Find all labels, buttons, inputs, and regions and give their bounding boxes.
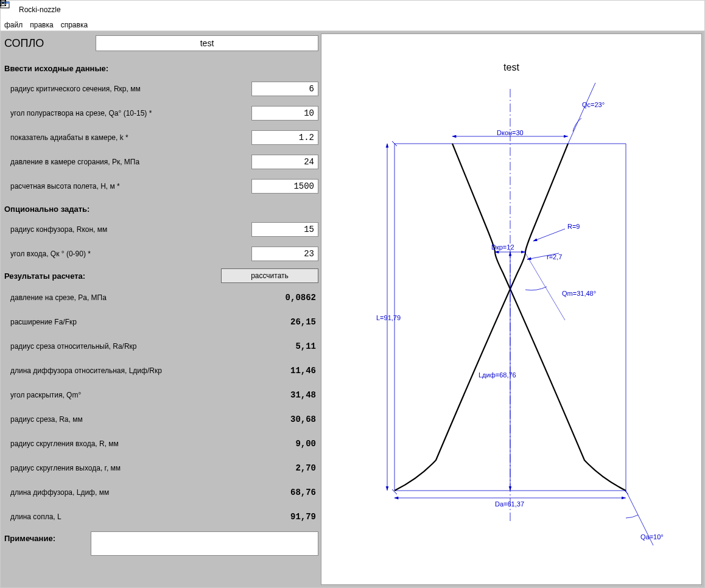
input-rkr[interactable] xyxy=(251,82,318,96)
label-r-big: радиус скругления входа, R, мм xyxy=(10,439,251,448)
menu-bar: файл правка справка xyxy=(1,19,704,31)
label-fa: расширение Fa/Fкр xyxy=(10,318,251,326)
svg-line-12 xyxy=(525,253,565,320)
nozzle-diagram xyxy=(321,34,699,582)
label-r-small: радиус скругления выхода, r, мм xyxy=(10,464,251,472)
dim-r-small: r=2,7 xyxy=(547,253,562,261)
label-ra: радиус среза, Ra, мм xyxy=(10,415,251,424)
value-pa: 0,0862 xyxy=(251,293,318,303)
input-k[interactable] xyxy=(251,130,318,145)
nozzle-name-input[interactable] xyxy=(96,35,318,51)
label-qk: угол входа, Qк ° (0-90) * xyxy=(10,250,251,258)
menu-file[interactable]: файл xyxy=(4,21,23,29)
dim-r-big: R=9 xyxy=(567,223,580,230)
value-ldif-rel: 11,46 xyxy=(251,366,318,376)
dim-qm: Qm=31,48° xyxy=(562,290,596,297)
diagram-panel: test xyxy=(321,33,702,585)
input-pk[interactable] xyxy=(251,155,318,169)
label-rkr: радиус критического сечения, Rкр, мм xyxy=(10,85,251,93)
dim-ldif: Lдиф=68,76 xyxy=(479,371,516,379)
minimize-button[interactable] xyxy=(618,1,646,19)
input-qa[interactable] xyxy=(251,106,318,121)
value-qm: 31,48 xyxy=(251,390,318,400)
label-rkon: радиус конфузора, Rкон, мм xyxy=(10,225,251,234)
dim-l: L=91,79 xyxy=(376,314,401,321)
input-rkon[interactable] xyxy=(251,222,318,237)
svg-line-7 xyxy=(568,83,595,144)
section-optional-title: Опционально задать: xyxy=(3,198,318,217)
label-h: расчетная высота полета, H, м * xyxy=(10,182,251,191)
label-ra-rel: радиус среза относительный, Ra/Rкр xyxy=(10,342,251,351)
form-panel: СОПЛО Ввести исходные данные: радиус кри… xyxy=(3,33,318,585)
value-ra: 30,68 xyxy=(251,415,318,424)
dim-qa: Qa=10° xyxy=(640,533,664,541)
dim-dkon: Dкон=30 xyxy=(497,129,524,136)
label-qm: угол раскрытия, Qm° xyxy=(10,391,251,399)
value-fa: 26,15 xyxy=(251,317,318,327)
label-k: показатель адиабаты в камере, k * xyxy=(10,133,251,142)
dim-da: Da=61,37 xyxy=(495,500,524,508)
value-r-big: 9,00 xyxy=(251,439,318,449)
label-pa: давление на срезе, Pa, МПа xyxy=(10,293,251,302)
label-qa: угол полураствора на срезе, Qа° (10-15) … xyxy=(10,109,251,117)
window-title: Rocki-nozzle xyxy=(19,5,618,14)
input-h[interactable] xyxy=(251,179,318,194)
page-title: СОПЛО xyxy=(3,37,88,50)
value-l: 91,79 xyxy=(251,512,318,522)
section-input-title: Ввести исходные данные: xyxy=(3,58,318,77)
label-pk: давление в камере сгорания, Pк, МПа xyxy=(10,158,251,166)
label-ldif-rel: длина диффузора относительная, Lдиф/Rкр xyxy=(10,366,251,375)
value-ldif: 68,76 xyxy=(251,488,318,497)
menu-edit[interactable]: правка xyxy=(30,21,53,29)
svg-line-10 xyxy=(533,229,565,241)
calculate-button[interactable]: рассчитать xyxy=(221,268,318,283)
menu-help[interactable]: справка xyxy=(61,21,88,29)
value-ra-rel: 5,11 xyxy=(251,341,318,351)
dim-dkr: Dкр=12 xyxy=(491,243,514,251)
close-button[interactable] xyxy=(674,1,702,19)
section-results-title: Результаты расчета: xyxy=(4,271,221,281)
note-title: Примечание: xyxy=(4,531,83,543)
label-ldif: длина диффузора, Lдиф, мм xyxy=(10,488,251,497)
title-bar: Rocki-nozzle xyxy=(1,1,704,19)
app-icon xyxy=(5,5,15,15)
maximize-button[interactable] xyxy=(646,1,674,19)
value-r-small: 2,70 xyxy=(251,463,318,473)
note-input[interactable] xyxy=(91,531,318,556)
dim-qc: Qc=23° xyxy=(582,101,605,108)
label-l: длина сопла, L xyxy=(10,513,251,521)
input-qk[interactable] xyxy=(251,247,318,261)
